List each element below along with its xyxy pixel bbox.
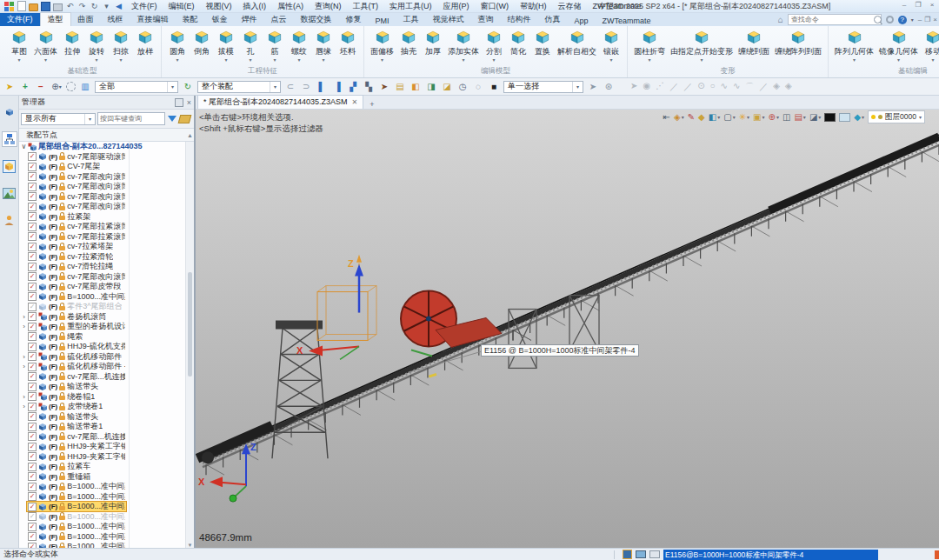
menu-item[interactable]: 属性(A) bbox=[272, 0, 309, 13]
assembly-tree-node[interactable]: (F)cv-7尾部改向滚筒5 bbox=[19, 272, 186, 283]
visibility-checkbox[interactable] bbox=[28, 323, 37, 331]
ribbon-tool[interactable]: 添加实体▾ bbox=[445, 27, 482, 66]
selected-entity-field[interactable]: E1156@B=1000H=1000标准中间架零件-4 bbox=[663, 550, 878, 560]
ring-icon[interactable]: ◌ bbox=[472, 81, 484, 93]
assembly-tree-node[interactable]: ›(F)卷扬机滚筒 bbox=[19, 312, 186, 323]
visibility-checkbox[interactable] bbox=[28, 272, 37, 281]
expand-arrow-icon[interactable]: › bbox=[21, 313, 27, 321]
menu-item[interactable]: 实用工具(U) bbox=[384, 0, 437, 13]
visibility-checkbox[interactable] bbox=[28, 403, 37, 411]
ribbon-tool[interactable]: 分割▾ bbox=[482, 27, 506, 66]
visibility-checkbox[interactable] bbox=[28, 463, 37, 471]
assembly-tree-node[interactable]: (F)CV-7尾架 bbox=[19, 162, 186, 172]
layer-control[interactable]: 图层0000 ▾ bbox=[868, 110, 925, 123]
ribbon-tab[interactable]: 工具 bbox=[396, 13, 426, 26]
assembly-tree-node[interactable]: (F)cv-7拉紧滑轮 bbox=[19, 252, 186, 263]
light-swatch-icon[interactable] bbox=[839, 113, 850, 122]
menu-item[interactable]: 云存储 bbox=[553, 0, 587, 13]
ribbon-tool[interactable]: 圆角▾ bbox=[165, 27, 190, 66]
assembly-tree-node[interactable]: (F)cv-7尾部...机连接折 bbox=[19, 372, 186, 383]
scrollbar-thumb[interactable] bbox=[188, 272, 192, 377]
assembly-structure-icon[interactable] bbox=[2, 131, 17, 147]
annotate-icon[interactable]: ✎ bbox=[688, 112, 695, 122]
ribbon-tab[interactable]: 直接编辑 bbox=[130, 13, 176, 26]
visibility-checkbox[interactable] bbox=[28, 172, 37, 181]
doc-minimize-button[interactable]: – bbox=[918, 16, 922, 23]
clip-plane-icon[interactable]: ▤▾ bbox=[794, 112, 805, 122]
ribbon-tool[interactable]: 置换 bbox=[530, 27, 555, 66]
assembly-tree-node[interactable]: (F)绳索 bbox=[19, 332, 186, 343]
assembly-tree-node[interactable]: (F)B=1000...准中间架零 bbox=[19, 532, 186, 543]
manager-tree-icon[interactable] bbox=[2, 104, 17, 120]
ribbon-tab[interactable]: 点云 bbox=[264, 13, 294, 26]
pin-icon[interactable] bbox=[175, 98, 183, 107]
ribbon-tool[interactable]: 孔▾ bbox=[238, 27, 263, 66]
assembly-tree-node[interactable]: (F)cv-7尾部改向滚筒3 bbox=[19, 192, 186, 203]
tab-close-icon[interactable]: ✕ bbox=[352, 98, 358, 106]
visibility-checkbox[interactable] bbox=[28, 372, 37, 381]
filter-funnel-icon[interactable] bbox=[168, 116, 176, 122]
ribbon-tool[interactable]: 筋▾ bbox=[263, 27, 287, 66]
tool-dropdown-icon[interactable]: ▾ bbox=[462, 57, 464, 63]
ribbon-tab[interactable]: 造型 bbox=[40, 12, 71, 26]
tool-dropdown-icon[interactable]: ▾ bbox=[95, 57, 97, 63]
assembly-tree-node[interactable]: (F)B=1000...准中间架零 bbox=[19, 542, 186, 548]
assembly-tree-node[interactable]: (F)输送带卷1 bbox=[19, 422, 186, 432]
tool-dropdown-icon[interactable]: ▾ bbox=[249, 57, 251, 63]
visibility-checkbox[interactable] bbox=[28, 203, 37, 211]
ribbon-tab[interactable]: 线框 bbox=[101, 13, 130, 26]
assembly-tree-node[interactable]: (F)cv-7尾部...机连接折 bbox=[19, 432, 186, 443]
view-orient-icon[interactable]: ◈▾ bbox=[674, 112, 684, 122]
scroll-up-icon[interactable]: ▲ bbox=[187, 132, 194, 138]
ribbon-tab[interactable]: 查询 bbox=[471, 13, 501, 26]
pick-filter-icon[interactable]: ➤ bbox=[587, 81, 599, 93]
notes-icon[interactable]: ▤ bbox=[394, 81, 406, 93]
assembly-tree-node[interactable]: (F)输送带头 bbox=[19, 382, 186, 392]
filter-combo[interactable]: 全部▾ bbox=[95, 81, 178, 93]
help-icon[interactable]: ? bbox=[898, 16, 907, 24]
ribbon-tool[interactable]: 放样 bbox=[133, 27, 157, 66]
link-icon[interactable]: ⊂ bbox=[284, 81, 296, 93]
assembly-tree-node[interactable]: ›(F)硫化机移动部件 - 1 bbox=[19, 362, 186, 372]
ribbon-tool[interactable]: 加厚 bbox=[421, 27, 445, 66]
visibility-checkbox[interactable] bbox=[28, 452, 37, 461]
assembly-tree-node[interactable]: (F)B=1000...准中间架零 bbox=[19, 292, 186, 303]
remove-selection-icon[interactable]: − bbox=[35, 81, 47, 93]
layer-dropdown-icon[interactable]: ▾ bbox=[919, 114, 922, 120]
visibility-checkbox[interactable] bbox=[28, 423, 37, 431]
menu-item[interactable]: 编辑(E) bbox=[163, 0, 200, 13]
wireframe-view-icon[interactable]: ▢▾ bbox=[723, 112, 735, 122]
assembly-tree-node[interactable]: (F)cv-7尾部改向滚筒4 bbox=[19, 202, 186, 212]
visibility-checkbox[interactable] bbox=[28, 332, 37, 341]
panel-toggle-icon[interactable] bbox=[649, 550, 660, 559]
undo-icon[interactable]: ↶ bbox=[65, 2, 75, 11]
visibility-checkbox[interactable] bbox=[28, 503, 37, 511]
menu-item[interactable]: 查询(N) bbox=[310, 0, 347, 13]
assembly-tree-node[interactable]: (F)B=1000...准中间架零 bbox=[19, 512, 186, 523]
tool-dropdown-icon[interactable]: ▾ bbox=[381, 57, 383, 63]
regen-icon[interactable]: ↻ bbox=[90, 2, 99, 11]
folder-gear-icon[interactable]: ◧ bbox=[410, 81, 422, 93]
settings-gear-icon[interactable] bbox=[886, 16, 894, 23]
menu-item[interactable]: 插入(I) bbox=[238, 0, 272, 13]
visibility-checkbox[interactable] bbox=[28, 492, 37, 501]
ribbon-tool[interactable]: 镶嵌▾ bbox=[599, 27, 623, 66]
selection-mode-combo[interactable]: 单一选择▾ bbox=[503, 81, 583, 93]
menu-item[interactable]: 应用(P) bbox=[438, 0, 475, 13]
tree-scrollbar[interactable]: ▼ bbox=[185, 142, 194, 548]
show-filter-combo[interactable]: 显示所有▾ bbox=[21, 113, 96, 125]
expand-arrow-icon[interactable]: › bbox=[21, 393, 27, 401]
assembly-tree-node[interactable]: (F)cv-7尾部拉紧滚筒1 bbox=[19, 222, 186, 232]
section-view-icon[interactable]: ⊕▾ bbox=[769, 112, 779, 122]
menu-item[interactable]: 工具(T) bbox=[348, 0, 384, 13]
ribbon-tool[interactable]: 简化 bbox=[506, 27, 530, 66]
render-image-icon[interactable] bbox=[2, 185, 17, 201]
assembly-tree-node[interactable]: (F)拉紧车 bbox=[19, 462, 186, 472]
tree-search-input[interactable] bbox=[97, 112, 165, 125]
unlink-icon[interactable]: ⊃ bbox=[300, 81, 312, 93]
tool-dropdown-icon[interactable]: ▾ bbox=[897, 57, 900, 63]
visibility-checkbox[interactable] bbox=[28, 392, 37, 401]
menu-item[interactable]: 窗口(W) bbox=[476, 0, 515, 13]
assembly-tree-node[interactable]: (F)B=1000...准中间架零 bbox=[19, 482, 186, 492]
ribbon-tool[interactable]: 唇缘▾ bbox=[311, 27, 336, 66]
